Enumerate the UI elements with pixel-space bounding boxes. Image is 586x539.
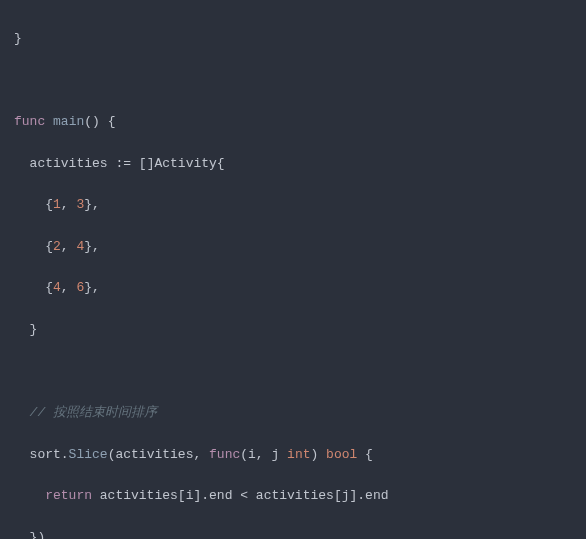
code-line: func main() { [14,112,572,133]
code-line: activities := []Activity{ [14,154,572,175]
code-line [14,70,572,91]
code-line [14,362,572,383]
code-block: } func main() { activities := []Activity… [0,0,586,539]
code-line: }) [14,528,572,539]
code-line: {1, 3}, [14,195,572,216]
code-line: {2, 4}, [14,237,572,258]
code-line: return activities[i].end < activities[j]… [14,486,572,507]
code-line: sort.Slice(activities, func(i, j int) bo… [14,445,572,466]
code-line: } [14,29,572,50]
code-line: } [14,320,572,341]
code-line: {4, 6}, [14,278,572,299]
code-line: // 按照结束时间排序 [14,403,572,424]
